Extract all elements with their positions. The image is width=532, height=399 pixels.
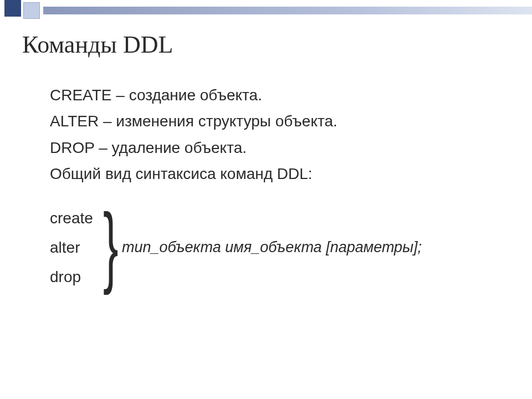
syntax-cmd-create: create: [50, 206, 93, 230]
slide: Команды DDL CREATE – создание объекта. A…: [0, 0, 532, 399]
slide-body: CREATE – создание объекта. ALTER – измен…: [50, 83, 510, 289]
line-drop: DROP – удаление объекта.: [50, 136, 510, 160]
line-alter: ALTER – изменения структуры объекта.: [50, 109, 510, 133]
corner-squares: [0, 0, 72, 19]
spacer: [50, 188, 510, 203]
line-create: CREATE – создание объекта.: [50, 83, 510, 107]
header-gradient-bar: [43, 7, 532, 14]
square-light-icon: [23, 2, 40, 19]
brace-icon: }: [103, 207, 119, 283]
syntax-commands: create alter drop: [50, 206, 93, 289]
syntax-tail: тип_объекта имя_объекта [параметры];: [122, 236, 422, 259]
line-syntax-intro: Общий вид синтаксиса команд DDL:: [50, 162, 510, 186]
slide-header-decor: [0, 0, 532, 19]
square-dark-icon: [4, 0, 21, 17]
syntax-cmd-drop: drop: [50, 265, 93, 289]
syntax-cmd-alter: alter: [50, 236, 93, 259]
slide-title: Команды DDL: [22, 30, 173, 59]
syntax-row: create alter drop } тип_объекта имя_объе…: [50, 206, 510, 289]
